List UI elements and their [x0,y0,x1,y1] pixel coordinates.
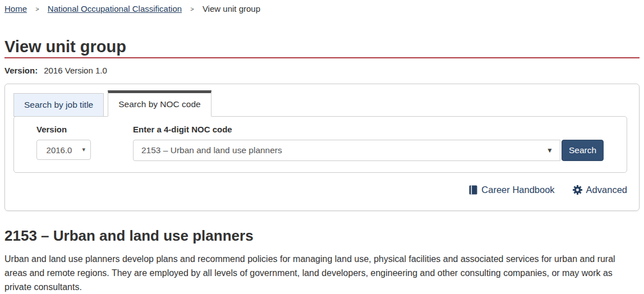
version-label: Version: [4,66,38,75]
version-value: 2016 Version 1.0 [44,66,107,75]
breadcrumb-link-home[interactable]: Home [4,4,27,13]
tab-panel: Version 2016.0 ▾ Enter a 4-digit NOC cod… [13,116,627,173]
unit-group-heading: 2153 – Urban and land use planners [4,227,640,245]
book-icon [469,185,477,195]
version-field-label: Version [36,125,91,134]
breadcrumb-separator: > [190,6,194,12]
chevron-down-icon: ▾ [82,146,85,153]
breadcrumb-current: View unit group [203,4,260,13]
tab-list: Search by job title Search by NOC code [13,90,627,117]
advanced-label: Advanced [586,185,627,195]
tab-search-by-noc-code[interactable]: Search by NOC code [108,90,211,117]
noc-code-field-group: Enter a 4-digit NOC code ▼ Search [133,125,604,161]
noc-input-row: ▼ Search [133,140,604,161]
panel-links-row: Career Handbook Advanced [13,185,627,195]
noc-code-label: Enter a 4-digit NOC code [133,125,604,134]
version-select[interactable]: 2016.0 ▾ [36,140,91,160]
breadcrumb: Home > National Occupational Classificat… [4,0,640,13]
noc-combobox: ▼ [133,140,560,161]
breadcrumb-separator: > [35,6,39,12]
search-form: Version 2016.0 ▾ Enter a 4-digit NOC cod… [36,125,627,161]
version-row: Version:2016 Version 1.0 [4,66,640,75]
search-panel: Search by job title Search by NOC code V… [4,84,640,211]
advanced-link[interactable]: Advanced [573,185,627,195]
breadcrumb-link-national-occupational-classification[interactable]: National Occupational Classification [48,4,182,13]
tab-search-by-job-title[interactable]: Search by job title [13,93,104,117]
page-title: View unit group [4,38,640,58]
unit-group-description: Urban and land use planners develop plan… [4,252,640,294]
career-handbook-label: Career Handbook [481,185,554,195]
search-button[interactable]: Search [562,140,604,161]
version-field-group: Version 2016.0 ▾ [36,125,91,161]
version-select-value: 2016.0 [47,145,72,155]
page: Home > National Occupational Classificat… [0,0,644,294]
gear-icon [573,185,582,195]
noc-code-input[interactable] [133,140,560,161]
career-handbook-link[interactable]: Career Handbook [469,185,554,195]
dropdown-arrow-icon[interactable]: ▼ [546,146,553,154]
